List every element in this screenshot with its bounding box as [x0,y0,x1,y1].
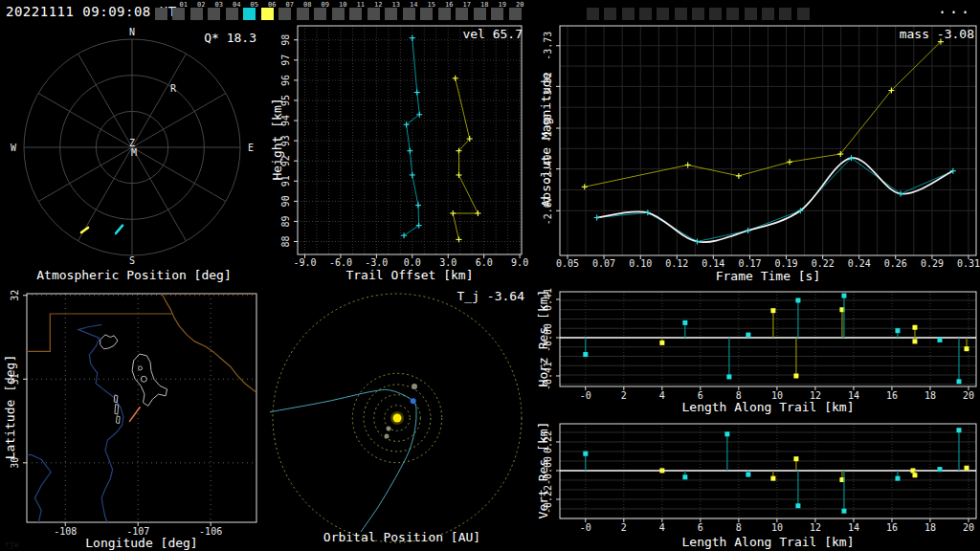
frame-thumb [692,8,704,20]
frame-extra-2[interactable] [604,1,621,22]
longitude-axis-label: Longitude [deg] [27,536,256,550]
residual-marker [795,298,800,302]
frame-extra-11[interactable] [762,1,779,22]
terrain-outline [115,405,119,415]
residual-marker [937,467,942,472]
svg-text:89: 89 [280,215,291,227]
frame-extra-12[interactable] [779,1,796,22]
svg-text:0.22: 0.22 [812,258,835,269]
terrain-outline [100,335,118,349]
frame-extra-8[interactable] [709,1,726,22]
frame-03[interactable]: 03 [208,1,225,22]
ground-map-chart: -108-107-106303132 [0,281,268,551]
svg-text:6: 6 [698,522,703,533]
magnitude-axis-label: Absolute Magnitude [539,74,553,208]
frame-11[interactable]: 11 [349,1,367,22]
frame-thumb [509,8,522,20]
svg-text:14: 14 [848,522,859,533]
overflow-menu-icon[interactable]: ... [938,0,972,17]
atmospheric-position-title: Atmospheric Position [deg] [0,268,268,282]
axes: -108-107-106303132 [10,290,256,537]
planet-marker [412,384,417,389]
residual-marker [583,352,588,357]
trail-offset-chart: -9.0-6.0-3.00.03.06.09.08889909192939495… [268,23,536,281]
frame-thumb [622,8,635,20]
height-axis-label: Height [km] [270,73,284,207]
residual-marker [841,509,846,514]
frame-extra-9[interactable] [726,1,744,22]
residual-marker [956,379,961,384]
svg-text:0.24: 0.24 [848,258,871,269]
svg-text:3.0: 3.0 [439,257,457,268]
frame-20[interactable]: 20 [509,1,526,22]
frame-06[interactable]: 06 [261,1,278,22]
app: 20221111 09:09:08 UTC 010203040506070809… [0,0,980,551]
frame-07[interactable]: 07 [278,1,296,22]
frame-extra-6[interactable] [675,1,692,22]
svg-text:88: 88 [280,235,291,247]
panel-light-curve: 0.050.070.100.120.140.170.190.220.240.26… [536,23,980,281]
frame-extra-7[interactable] [692,1,709,22]
frame-10[interactable]: 10 [332,1,349,22]
frame-18[interactable]: 18 [474,1,491,22]
frame-05[interactable]: 05 [243,1,260,22]
svg-text:-0: -0 [580,522,591,533]
frame-13[interactable]: 13 [385,1,402,22]
frame-17[interactable]: 17 [456,1,473,22]
frame-thumb [657,8,669,20]
frame-14[interactable]: 14 [403,1,420,22]
frame-lead[interactable] [155,1,172,22]
frame-thumb [491,8,503,20]
frame-extra-13[interactable] [797,1,814,22]
residual-marker [682,474,687,479]
svg-text:12: 12 [810,522,821,533]
frame-thumb [587,8,599,20]
svg-text:W: W [11,143,17,153]
svg-text:0.10: 0.10 [629,258,652,269]
svg-text:97: 97 [280,55,291,66]
horz-res-chart: -024681012141618200.41-0.00-0.41 [536,281,980,415]
frame-04[interactable]: 04 [226,1,243,22]
residual-marker [724,431,729,436]
residual-marker [682,320,687,325]
frame-02[interactable]: 02 [190,1,208,22]
residual-marker [770,308,775,313]
frame-thumb [243,8,256,20]
svg-text:4: 4 [659,522,665,533]
residual-marker [841,294,846,298]
svg-text:6.0: 6.0 [476,257,493,268]
frame-extra-5[interactable] [657,1,674,22]
frame-08[interactable]: 08 [297,1,314,22]
frame-thumb [385,8,397,20]
frame-extra-3[interactable] [622,1,639,22]
svg-text:0.07: 0.07 [592,258,615,269]
frame-09[interactable]: 09 [314,1,331,22]
svg-text:R: R [170,83,177,94]
frame-thumb [403,8,415,20]
svg-text:9.0: 9.0 [511,257,528,268]
frame-extra-1[interactable] [587,1,604,22]
frame-thumb [456,8,468,20]
frame-01[interactable]: 01 [172,1,189,22]
state-border [162,294,256,392]
frame-19[interactable]: 19 [491,1,508,22]
frame-thumb [349,8,362,20]
terrain-outline [116,416,120,424]
vert-res-chart: -024681012141618200.22-0.00-0.22 [536,411,980,551]
residual-marker [659,341,664,345]
frame-thumb [675,8,687,20]
residual-marker [956,428,961,432]
vert-res-axis-label: Vert Res [km] [536,404,550,538]
frame-thumb [332,8,345,20]
residual-marker [964,346,969,351]
terrain-outline [114,395,118,403]
frame-16[interactable]: 16 [438,1,456,22]
svg-text:20: 20 [963,522,974,533]
frame-12[interactable]: 12 [368,1,385,22]
frame-extra-4[interactable] [639,1,657,22]
frame-extra-10[interactable] [745,1,762,22]
svg-text:-9.0: -9.0 [293,257,316,268]
terrain-dot [138,366,142,370]
velocity-value: vel 65.7 [462,27,523,41]
frame-15[interactable]: 15 [420,1,437,22]
